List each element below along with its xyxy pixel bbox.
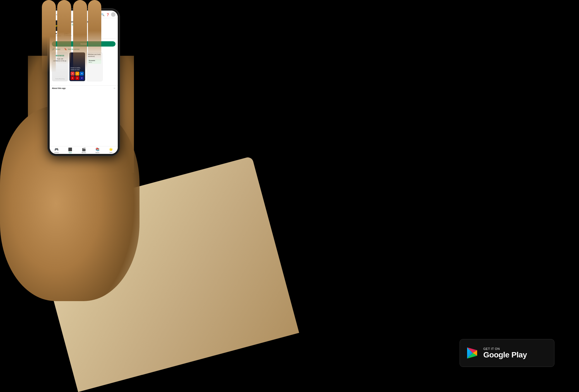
google-play-badge[interactable]: GET IT ON Google Play [460, 339, 554, 367]
logo-t: T [71, 72, 75, 76]
logo-adobe: A [75, 76, 79, 80]
ss1-brands: Forbes Bloomberg [56, 78, 65, 79]
games-label: Games [54, 152, 59, 153]
about-arrow-icon[interactable]: → [113, 87, 116, 89]
finger-3 [73, 0, 87, 70]
kids-icon: ⭐ [109, 147, 113, 151]
kids-label: Kids [110, 152, 112, 153]
apps-label: Apps [69, 152, 72, 153]
finger-4 [88, 0, 101, 61]
bottom-navigation: 🎮 Games ⬛ Apps 🎬 Movies 📚 Books ⭐ K [50, 146, 118, 154]
movies-icon: 🎬 [82, 147, 86, 151]
about-label: About this app [52, 87, 66, 89]
books-icon: 📚 [95, 147, 100, 151]
ss3-balance: 800.0+ [89, 62, 100, 63]
main-scene: Google Play 🔍 ❓ ex Exness Trade: Online … [0, 0, 579, 392]
apps-icon: ⬛ [68, 147, 72, 151]
about-section: About this app → [50, 85, 118, 91]
sleeve [31, 156, 299, 392]
logo-ao: A [71, 76, 75, 80]
play-logo-badge [466, 347, 478, 359]
ss2-logos: T a N A A V [71, 72, 84, 80]
movies-label: Movies [82, 152, 86, 153]
games-icon: 🎮 [54, 147, 59, 151]
nav-apps[interactable]: ⬛ Apps [68, 147, 72, 153]
nav-games[interactable]: 🎮 Games [54, 147, 59, 153]
badge-text: GET IT ON Google Play [483, 347, 527, 359]
search-icon[interactable]: 🔍 [101, 13, 104, 16]
get-it-on-text: GET IT ON [483, 347, 527, 350]
books-label: Books [95, 152, 99, 153]
nav-kids[interactable]: ⭐ Kids [109, 147, 113, 153]
help-icon[interactable]: ❓ [106, 13, 109, 16]
logo-visa: V [80, 76, 84, 80]
nav-books[interactable]: 📚 Books [95, 147, 100, 153]
header-icons: 🔍 ❓ [101, 12, 116, 17]
store-name-text: Google Play [483, 351, 527, 359]
user-avatar[interactable] [111, 12, 116, 17]
finger-2 [57, 0, 71, 64]
finger-1 [42, 0, 56, 72]
logo-n: N [80, 72, 84, 76]
logo-a: a [75, 72, 79, 76]
nav-movies[interactable]: 🎬 Movies [82, 147, 86, 153]
